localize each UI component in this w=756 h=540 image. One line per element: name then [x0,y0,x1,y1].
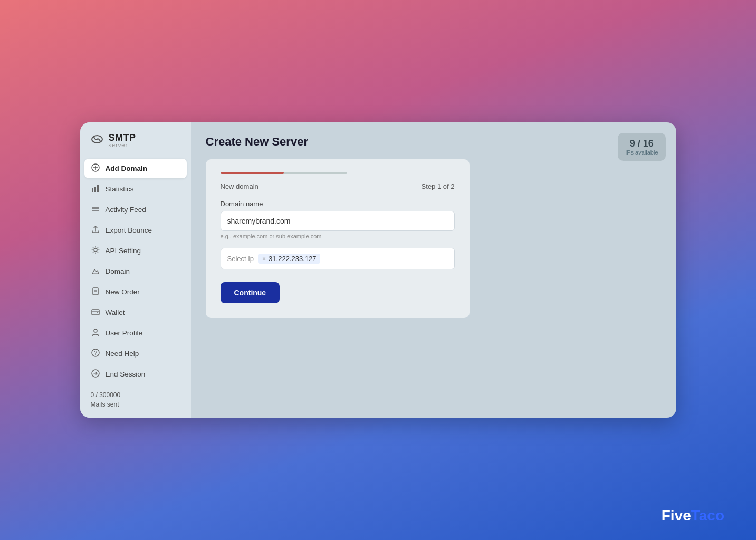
sidebar-label-api-setting: API Setting [106,247,141,255]
sidebar-label-wallet: Wallet [106,308,125,316]
sidebar-item-need-help[interactable]: ? Need Help [84,344,187,363]
sidebar-item-domain[interactable]: Domain [84,262,187,281]
select-ip-container[interactable]: Select Ip × 31.222.233.127 [221,248,455,269]
progress-bar-fill [221,172,284,174]
sidebar-item-new-order[interactable]: New Order [84,282,187,302]
domain-name-label: Domain name [221,200,455,208]
sidebar-item-user-profile[interactable]: User Profile [84,323,187,343]
brand-taco: Taco [691,507,724,524]
user-profile-icon [91,328,100,338]
new-order-icon [91,287,100,297]
progress-bar-container [221,172,347,174]
new-domain-label: New domain [221,182,259,190]
sidebar-item-api-setting[interactable]: API Setting [84,241,187,261]
form-header-row: New domain Step 1 of 2 [221,182,455,190]
svg-point-15 [94,329,97,332]
sidebar-label-end-session: End Session [106,370,146,378]
sidebar-label-new-order: New Order [106,288,140,296]
svg-rect-3 [92,188,93,192]
logo-server: server [109,142,136,148]
sidebar-item-add-domain[interactable]: Add Domain [84,159,187,178]
sidebar-label-statistics: Statistics [106,185,134,193]
need-help-icon: ? [91,349,100,359]
ip-tag: × 31.222.233.127 [258,254,320,264]
ips-badge: 9 / 16 IPs available [618,133,665,161]
end-session-icon [91,369,100,379]
sidebar-label-add-domain: Add Domain [106,165,148,172]
ip-tag-close[interactable]: × [262,255,266,263]
step-label: Step 1 of 2 [422,182,455,190]
wallet-icon [91,307,100,317]
logo-area: SMTP server [80,133,191,159]
sidebar-item-export-bounce[interactable]: Export Bounce [84,220,187,240]
logo-icon [90,133,104,148]
sidebar-label-activity-feed: Activity Feed [106,206,146,214]
logo-text: SMTP server [109,133,136,148]
sidebar-label-domain: Domain [106,267,130,275]
sidebar-item-statistics[interactable]: Statistics [84,179,187,199]
domain-icon [91,266,100,276]
continue-button[interactable]: Continue [221,282,280,303]
domain-name-input[interactable] [221,211,455,231]
logo-smtp: SMTP [109,133,136,142]
sidebar-item-activity-feed[interactable]: Activity Feed [84,200,187,219]
svg-rect-4 [94,187,96,192]
api-setting-icon [91,246,100,256]
svg-point-9 [94,248,97,252]
main-content: Create New Server 9 / 16 IPs available N… [191,122,676,418]
sidebar-label-user-profile: User Profile [106,329,143,337]
sidebar-label-need-help: Need Help [106,350,139,358]
svg-text:?: ? [94,350,97,356]
nav-items: Add Domain Statistics [80,159,191,384]
brand-five: Five [662,507,691,524]
mails-sent: 0 / 300000 Mails sent [80,384,191,411]
sidebar: SMTP server Add Domain [80,122,191,418]
svg-rect-13 [92,310,99,315]
domain-name-field: Domain name e.g., example.com or sub.exa… [221,200,455,239]
mails-sent-label: Mails sent [91,400,180,409]
statistics-icon [91,184,100,194]
page-title: Create New Server [206,135,664,149]
svg-rect-5 [97,185,99,192]
activity-feed-icon [91,205,100,215]
add-domain-icon [91,163,100,173]
app-window: SMTP server Add Domain [80,122,676,418]
ip-tag-value: 31.222.233.127 [269,255,316,263]
domain-name-hint: e.g., example.com or sub.example.com [221,233,455,239]
form-card: New domain Step 1 of 2 Domain name e.g.,… [206,159,470,318]
ips-count: 9 / 16 [625,138,658,149]
export-bounce-icon [91,225,100,235]
svg-point-14 [97,312,98,313]
mails-sent-count: 0 / 300000 [91,390,180,400]
sidebar-item-end-session[interactable]: End Session [84,364,187,384]
sidebar-item-wallet[interactable]: Wallet [84,303,187,322]
ips-label: IPs available [625,149,658,156]
fivetaco-brand: FiveTaco [662,507,724,524]
select-ip-label: Select Ip [227,255,254,263]
select-ip-field: Select Ip × 31.222.233.127 [221,248,455,269]
sidebar-label-export-bounce: Export Bounce [106,226,152,234]
